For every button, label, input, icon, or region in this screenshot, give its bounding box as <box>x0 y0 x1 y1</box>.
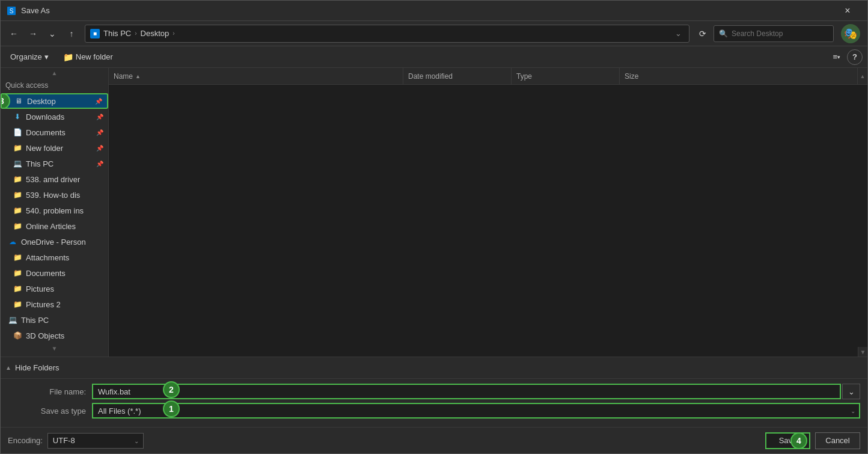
sidebar-item-this-pc[interactable]: 💻 This PC 📌 <box>1 156 108 171</box>
col-name-label: Name <box>114 72 133 81</box>
address-bar[interactable]: ■ This PC › Desktop › ⌄ <box>85 25 689 43</box>
action-bar: Organize ▾ 📁 New folder ≡ ▾ ? <box>1 46 867 68</box>
dialog-icon: S <box>7 6 16 16</box>
new-folder-pin-icon: 📌 <box>96 145 103 152</box>
this-pc-pin-icon: 📌 <box>96 161 103 167</box>
search-icon: 🔍 <box>719 29 728 38</box>
sidebar-538-label: 538. amd driver <box>26 175 80 184</box>
badge-4: 4 <box>790 432 807 449</box>
address-icon: ■ <box>90 29 100 38</box>
form-area: 2 1 File name: ⌄ Save as type All Files … <box>1 378 867 427</box>
sidebar-item-pictures2[interactable]: 📁 Pictures 2 <box>1 296 108 312</box>
sidebar-item-attachments[interactable]: 📁 Attachments <box>1 250 108 265</box>
forward-button[interactable]: → <box>25 25 41 42</box>
sidebar-item-documents[interactable]: 📄 Documents 📌 <box>1 124 108 140</box>
filename-input[interactable] <box>92 384 841 399</box>
search-box: 🔍 <box>714 25 834 42</box>
title-text: Save As <box>21 6 834 15</box>
sidebar-scroll-down[interactable]: ▼ <box>1 343 108 353</box>
refresh-button[interactable]: ⟳ <box>694 25 711 42</box>
downloads-pin-icon: 📌 <box>96 114 103 120</box>
save-as-dialog: S Save As × ← → ⌄ ↑ ■ This PC › Desktop … <box>0 0 868 454</box>
new-folder-button[interactable]: 📁 New folder <box>58 49 118 65</box>
col-header-size[interactable]: Size <box>620 68 858 84</box>
pictures-icon: 📁 <box>13 284 22 293</box>
col-header-date[interactable]: Date modified <box>403 68 512 84</box>
filename-dropdown-btn[interactable]: ⌄ <box>842 384 860 399</box>
new-folder-icon: 📁 <box>63 52 73 62</box>
dropdown-button[interactable]: ⌄ <box>44 25 61 42</box>
sidebar-online-articles-label: Online Articles <box>26 222 76 231</box>
sidebar-documents2-label: Documents <box>26 269 66 278</box>
up-button[interactable]: ↑ <box>63 25 80 42</box>
sidebar-downloads-label: Downloads <box>26 112 64 121</box>
organize-button[interactable]: Organize ▾ <box>5 49 53 65</box>
file-scroll-down[interactable]: ▼ <box>858 347 867 357</box>
encoding-select-wrapper: UTF-8 UTF-16 ANSI ⌄ <box>47 433 144 449</box>
filename-row: File name: ⌄ <box>8 384 860 399</box>
profile-area: 🎭 <box>839 23 863 44</box>
scroll-top-indicator[interactable]: ▲ <box>858 72 867 81</box>
sidebar-pictures2-label: Pictures 2 <box>26 300 61 309</box>
back-button[interactable]: ← <box>5 25 22 42</box>
filename-label: File name: <box>8 387 92 396</box>
downloads-icon: ⬇ <box>13 112 22 121</box>
view-controls: ≡ ▾ ? <box>829 49 863 65</box>
sidebar-item-pictures[interactable]: 📁 Pictures <box>1 281 108 296</box>
sidebar-item-new-folder[interactable]: 📁 New folder 📌 <box>1 140 108 156</box>
sidebar-item-this-pc-2[interactable]: 💻 This PC <box>1 312 108 328</box>
documents-icon: 📄 <box>13 127 22 137</box>
sidebar-item-online-articles[interactable]: 📁 Online Articles <box>1 218 108 234</box>
search-input[interactable] <box>732 29 828 38</box>
cancel-button[interactable]: Cancel <box>815 432 860 449</box>
col-date-label: Date modified <box>408 72 453 81</box>
view-dropdown-arrow: ▾ <box>837 54 840 60</box>
savetype-select[interactable]: All Files (*.*) <box>92 403 860 419</box>
sidebar-attachments-label: Attachments <box>26 253 69 262</box>
footer: 4 Encoding: UTF-8 UTF-16 ANSI ⌄ Save Can… <box>1 427 867 453</box>
this-pc-2-icon: 💻 <box>8 315 17 325</box>
onedrive-icon: ☁ <box>8 237 17 247</box>
avatar-icon: 🎭 <box>844 27 857 40</box>
sidebar-item-538[interactable]: 📁 538. amd driver <box>1 171 108 187</box>
sidebar-pictures-label: Pictures <box>26 284 54 293</box>
folder-540-icon: 📁 <box>13 206 22 215</box>
sidebar-this-pc-2-label: This PC <box>21 316 49 325</box>
this-pc-sidebar-icon: 💻 <box>13 159 22 168</box>
folder-539-icon: 📁 <box>13 190 22 200</box>
sidebar-item-onedrive[interactable]: ☁ OneDrive - Person <box>1 234 108 250</box>
sidebar-item-539[interactable]: 📁 539. How-to dis <box>1 187 108 203</box>
folder-538-icon: 📁 <box>13 174 22 184</box>
pictures2-icon: 📁 <box>13 299 22 309</box>
sidebar-item-desktop[interactable]: 🖥 Desktop 📌 3 <box>1 93 108 109</box>
sidebar-item-540[interactable]: 📁 540. problem ins <box>1 203 108 218</box>
col-header-name[interactable]: Name ▲ <box>109 68 403 84</box>
attachments-icon: 📁 <box>13 253 22 262</box>
sidebar-item-3d-objects[interactable]: 📦 3D Objects <box>1 328 108 343</box>
hide-folders-chevron: ▲ <box>5 364 11 371</box>
hide-folders-bar[interactable]: ▲ Hide Folders <box>1 357 867 378</box>
sidebar-desktop-label: Desktop <box>27 97 56 106</box>
documents2-icon: 📁 <box>13 268 22 278</box>
sidebar-540-label: 540. problem ins <box>26 206 84 215</box>
view-list-icon: ≡ <box>833 52 838 61</box>
address-sep1: › <box>135 30 136 37</box>
col-header-type[interactable]: Type <box>512 68 620 84</box>
sidebar-documents-label: Documents <box>26 128 66 137</box>
view-list-button[interactable]: ≡ ▾ <box>829 49 845 65</box>
new-folder-sidebar-icon: 📁 <box>13 143 22 153</box>
title-bar: S Save As × <box>1 1 867 21</box>
encoding-select[interactable]: UTF-8 UTF-16 ANSI <box>47 433 144 449</box>
sidebar-group-quick-access: Quick access <box>1 78 108 93</box>
desktop-icon: 🖥 <box>14 96 23 106</box>
address-dropdown-button[interactable]: ⌄ <box>672 25 684 42</box>
help-button[interactable]: ? <box>847 49 863 65</box>
address-desktop: Desktop <box>141 29 170 38</box>
close-button[interactable]: × <box>834 1 861 21</box>
sidebar-item-downloads[interactable]: ⬇ Downloads 📌 <box>1 109 108 124</box>
3d-objects-icon: 📦 <box>13 331 22 340</box>
sidebar-scroll-up[interactable]: ▲ <box>1 68 108 78</box>
organize-label: Organize <box>10 52 42 61</box>
new-folder-label: New folder <box>76 52 113 61</box>
sidebar-item-documents2[interactable]: 📁 Documents <box>1 265 108 281</box>
